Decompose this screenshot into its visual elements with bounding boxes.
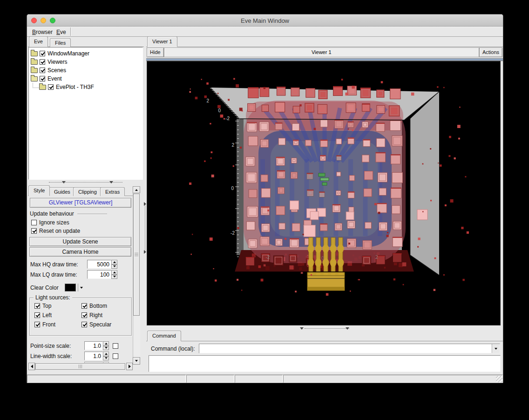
spin-down-icon[interactable] — [103, 346, 109, 351]
svg-text:2: 2 — [375, 255, 378, 260]
svg-text:-2: -2 — [225, 116, 230, 121]
ignore-sizes-checkbox[interactable] — [31, 220, 37, 225]
ignore-sizes-row[interactable]: Ignore sizes — [31, 219, 69, 226]
scale-spinner[interactable]: 1.0 — [84, 341, 109, 350]
viewer-title: Viewer 1 — [164, 47, 479, 57]
tree-item[interactable]: Event — [29, 75, 142, 83]
scale-spinner[interactable]: 1.0 — [84, 352, 109, 360]
glviewer-button[interactable]: GLViewer [TGLSAViewer] — [30, 198, 131, 208]
light-source-item[interactable]: Top — [34, 303, 81, 309]
scale-auto-checkbox[interactable] — [113, 353, 118, 359]
scroll-up-icon[interactable] — [133, 186, 140, 193]
tree-item-checkbox[interactable] — [40, 59, 45, 65]
max-hq-spinner[interactable]: 5000 — [87, 260, 117, 269]
command-input[interactable] — [199, 344, 500, 353]
title-bar[interactable]: Eve Main Window — [27, 14, 503, 27]
reset-on-update-row[interactable]: Reset on update — [31, 228, 80, 234]
tree-item-checkbox[interactable] — [40, 76, 45, 81]
light-source-item[interactable]: Right — [81, 312, 129, 318]
actions-button[interactable]: Actions — [479, 47, 502, 57]
desktop: { "window": { "title": "Eve Main Window"… — [0, 0, 529, 420]
light-source-item[interactable]: Specular — [81, 321, 129, 328]
light-source-checkbox[interactable] — [34, 303, 40, 309]
reset-on-update-label: Reset on update — [39, 228, 80, 234]
tab-viewer-1[interactable]: Viewer 1 — [147, 36, 177, 47]
command-row: Command (local): — [151, 344, 500, 353]
svg-text:-2: -2 — [231, 230, 235, 236]
viewer-tab-row: Viewer 1 — [146, 37, 503, 47]
tree-item-checkbox[interactable] — [48, 84, 54, 90]
scale-value[interactable]: 1.0 — [84, 352, 103, 360]
gl-viewport[interactable]: 20-220-2-202 — [147, 61, 501, 325]
folder-icon — [31, 51, 38, 56]
light-source-checkbox[interactable] — [34, 312, 40, 318]
scroll-thumb[interactable] — [133, 194, 140, 316]
light-source-checkbox[interactable] — [34, 322, 40, 327]
svg-text:-2: -2 — [266, 255, 270, 260]
tab-extras[interactable]: Extras — [100, 187, 125, 196]
command-log[interactable] — [149, 355, 501, 372]
tree-item-checkbox[interactable] — [40, 51, 45, 56]
spin-down-icon[interactable] — [103, 356, 109, 361]
update-scene-button[interactable]: Update Scene — [29, 237, 131, 246]
resize-grip-icon[interactable] — [496, 376, 502, 382]
max-hq-row: Max HQ draw time: 5000 — [30, 260, 117, 269]
menu-bar: Browser Eve — [27, 27, 503, 37]
tab-style[interactable]: Style — [28, 185, 50, 196]
tab-clipping[interactable]: Clipping — [73, 187, 102, 196]
tree-item[interactable]: EvePlot - TH3F — [29, 83, 142, 91]
scroll-left-icon[interactable] — [28, 363, 35, 370]
max-hq-value[interactable]: 5000 — [87, 260, 111, 269]
tab-command[interactable]: Command — [147, 331, 181, 341]
hide-button[interactable]: Hide — [147, 47, 164, 57]
light-source-item[interactable]: Left — [34, 312, 81, 318]
scroll-right-icon[interactable] — [126, 363, 133, 370]
svg-text:2: 2 — [206, 98, 209, 103]
reset-on-update-checkbox[interactable] — [31, 228, 37, 234]
tree-item[interactable]: Scenes — [29, 66, 142, 75]
spin-up-icon[interactable] — [111, 270, 117, 275]
scale-auto-checkbox[interactable] — [113, 343, 118, 349]
spin-down-icon[interactable] — [111, 264, 117, 269]
spin-up-icon[interactable] — [103, 341, 109, 346]
light-source-checkbox[interactable] — [81, 322, 87, 327]
light-source-checkbox[interactable] — [81, 312, 87, 318]
scale-value[interactable]: 1.0 — [84, 341, 103, 350]
folder-icon — [31, 60, 38, 65]
spin-down-icon[interactable] — [111, 275, 117, 279]
spin-up-icon[interactable] — [111, 260, 117, 264]
left-horizontal-splitter[interactable] — [28, 180, 143, 185]
scroll-down-icon[interactable] — [133, 357, 140, 365]
tab-eve[interactable]: Eve — [29, 36, 48, 47]
tree-item-label: Scenes — [47, 67, 66, 74]
viewer-horizontal-splitter[interactable] — [146, 326, 503, 331]
menu-separator — [70, 27, 71, 36]
light-source-item[interactable]: Bottom — [81, 303, 129, 309]
status-bar — [27, 374, 503, 383]
max-lq-value[interactable]: 100 — [87, 270, 111, 279]
camera-home-button[interactable]: Camera Home — [29, 247, 131, 257]
light-source-checkbox[interactable] — [81, 303, 87, 309]
light-source-label: Front — [42, 321, 55, 328]
tab-files[interactable]: Files — [50, 38, 71, 47]
vertical-splitter[interactable] — [144, 37, 146, 375]
splitter-chevron-icon — [109, 181, 113, 183]
scroll-thumb[interactable] — [35, 363, 125, 370]
status-cell — [283, 375, 502, 383]
command-input-value[interactable] — [199, 344, 492, 353]
svg-text:2: 2 — [231, 142, 234, 148]
tree-item[interactable]: WindowManager — [29, 49, 142, 58]
clear-color-swatch[interactable] — [65, 284, 76, 291]
tab-guides[interactable]: Guides — [49, 187, 75, 196]
combo-dropdown-icon[interactable] — [492, 344, 500, 353]
menu-eve[interactable]: Eve — [54, 28, 68, 36]
tree-item[interactable]: Viewers — [29, 58, 142, 66]
clear-color-dropdown[interactable] — [78, 284, 84, 291]
menu-browser[interactable]: Browser — [30, 28, 55, 36]
tree-item-checkbox[interactable] — [40, 68, 45, 73]
max-lq-spinner[interactable]: 100 — [87, 270, 117, 279]
folder-icon — [31, 76, 38, 81]
light-source-item[interactable]: Front — [34, 321, 81, 328]
max-lq-label: Max LQ draw time: — [30, 271, 87, 278]
spin-up-icon[interactable] — [103, 352, 109, 356]
